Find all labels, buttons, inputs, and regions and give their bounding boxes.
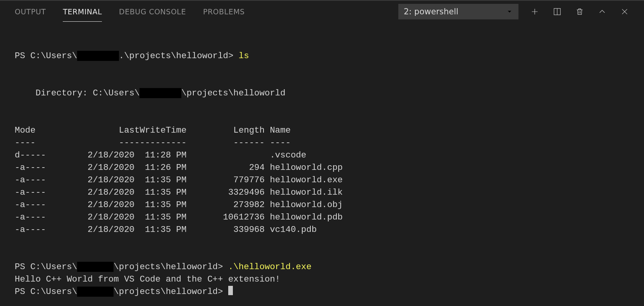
dir-indent: Directory: C:\Users\ bbox=[15, 88, 139, 98]
dir-after: \projects\helloworld bbox=[181, 88, 286, 98]
tab-problems[interactable]: PROBLEMS bbox=[203, 2, 245, 22]
tab-terminal[interactable]: TERMINAL bbox=[63, 2, 102, 22]
ls-row: -a---- 2/18/2020 11:26 PM 294 helloworld… bbox=[15, 163, 343, 173]
kill-terminal-button[interactable] bbox=[575, 7, 584, 16]
prompt-prefix: PS C:\Users\ bbox=[15, 287, 77, 297]
ls-row: -a---- 2/18/2020 11:35 PM 779776 hellowo… bbox=[15, 175, 343, 185]
redacted-user bbox=[77, 51, 119, 61]
redacted-user bbox=[77, 262, 114, 272]
ls-row: -a---- 2/18/2020 11:35 PM 273982 hellowo… bbox=[15, 200, 343, 210]
program-output: Hello C++ World from VS Code and the C++… bbox=[15, 274, 280, 284]
panel-tabs: OUTPUT TERMINAL DEBUG CONSOLE PROBLEMS bbox=[15, 2, 245, 22]
ls-rule: ---- ------------- ------ ---- bbox=[15, 138, 291, 148]
redacted-user bbox=[77, 287, 114, 297]
prompt-prefix: PS C:\Users\ bbox=[15, 51, 77, 61]
command-run-exe: .\helloworld.exe bbox=[228, 262, 312, 272]
new-terminal-button[interactable] bbox=[530, 7, 539, 16]
tab-output[interactable]: OUTPUT bbox=[15, 2, 46, 22]
prompt-suffix: \projects\helloworld> bbox=[114, 262, 228, 272]
redacted-user bbox=[139, 88, 181, 98]
terminal-shell-select[interactable]: 2: powershell bbox=[398, 4, 518, 19]
terminal-cursor bbox=[228, 286, 233, 295]
panel-tab-bar: OUTPUT TERMINAL DEBUG CONSOLE PROBLEMS 2… bbox=[0, 1, 644, 22]
split-terminal-button[interactable] bbox=[553, 7, 562, 16]
terminal-shell-label: 2: powershell bbox=[404, 7, 458, 16]
ls-row: -a---- 2/18/2020 11:35 PM 339968 vc140.p… bbox=[15, 225, 317, 235]
chevron-down-icon bbox=[506, 8, 513, 15]
terminal-view[interactable]: PS C:\Users\ .\projects\helloworld> ls D… bbox=[0, 22, 644, 298]
prompt-suffix: .\projects\helloworld> bbox=[119, 51, 239, 61]
maximize-panel-button[interactable] bbox=[598, 7, 607, 16]
ls-header: Mode LastWriteTime Length Name bbox=[15, 125, 291, 135]
close-panel-button[interactable] bbox=[620, 7, 629, 16]
terminal-actions bbox=[530, 7, 629, 16]
tab-debug-console[interactable]: DEBUG CONSOLE bbox=[119, 2, 186, 22]
command-ls: ls bbox=[239, 51, 249, 61]
prompt-suffix: \projects\helloworld> bbox=[114, 287, 223, 297]
ls-row: -a---- 2/18/2020 11:35 PM 3329496 hellow… bbox=[15, 187, 343, 197]
ls-row: d----- 2/18/2020 11:28 PM .vscode bbox=[15, 150, 306, 160]
ls-row: -a---- 2/18/2020 11:35 PM 10612736 hello… bbox=[15, 212, 343, 222]
prompt-prefix: PS C:\Users\ bbox=[15, 262, 77, 272]
